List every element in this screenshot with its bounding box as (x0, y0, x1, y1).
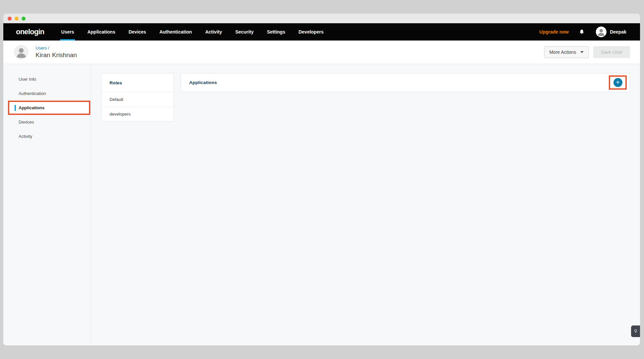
add-application-button[interactable]: + (613, 78, 622, 87)
roles-panel: Roles Default developers (101, 73, 174, 122)
nav-item-developers[interactable]: Developers (298, 23, 323, 41)
page-header: Users / Kiran Krishnan More Actions Save… (3, 41, 640, 64)
nav-item-activity[interactable]: Activity (205, 23, 222, 41)
page-body: User Info Authentication Applications De… (3, 64, 640, 345)
hint-tab-button[interactable] (631, 325, 640, 337)
role-row-default[interactable]: Default (102, 92, 174, 107)
annotation-highlight: + (609, 75, 627, 90)
profile-avatar (14, 45, 29, 59)
sidebar-item-activity[interactable]: Activity (3, 129, 91, 143)
nav-item-security[interactable]: Security (235, 23, 254, 41)
main-content: Roles Default developers Applications + (91, 64, 640, 345)
sidebar-item-devices[interactable]: Devices (3, 115, 91, 129)
role-row-developers[interactable]: developers (102, 107, 174, 121)
sidebar-item-user-info[interactable]: User Info (3, 72, 91, 86)
caret-down-icon (580, 51, 584, 53)
bell-icon[interactable] (579, 29, 585, 35)
window-zoom-button[interactable] (22, 17, 26, 21)
nav-user-name[interactable]: Deepak (610, 29, 626, 35)
save-user-button[interactable]: Save User (593, 46, 630, 58)
nav-item-applications[interactable]: Applications (87, 23, 115, 41)
more-actions-label: More Actions (549, 49, 576, 55)
browser-window: onelogin Users Applications Devices Auth… (3, 14, 640, 345)
window-minimize-button[interactable] (15, 17, 19, 21)
header-actions: More Actions Save User (544, 46, 630, 58)
upgrade-now-link[interactable]: Upgrade now (539, 29, 569, 35)
user-avatar[interactable] (596, 27, 606, 37)
page-header-text: Users / Kiran Krishnan (36, 45, 77, 59)
applications-panel-title: Applications (189, 80, 217, 85)
top-nav: onelogin Users Applications Devices Auth… (3, 23, 640, 41)
sidebar-item-authentication[interactable]: Authentication (3, 86, 91, 101)
sidebar-item-applications[interactable]: Applications (8, 101, 90, 115)
page-title: Kiran Krishnan (36, 51, 77, 59)
nav-item-devices[interactable]: Devices (128, 23, 146, 41)
applications-panel: Applications + (181, 73, 630, 92)
nav-menu: Users Applications Devices Authenticatio… (61, 23, 337, 41)
sidebar: User Info Authentication Applications De… (3, 64, 91, 345)
more-actions-button[interactable]: More Actions (544, 46, 589, 58)
nav-item-authentication[interactable]: Authentication (159, 23, 192, 41)
window-close-button[interactable] (8, 17, 12, 21)
onelogin-logo[interactable]: onelogin (16, 28, 44, 36)
nav-item-users[interactable]: Users (61, 23, 74, 41)
breadcrumb-users-link[interactable]: Users / (36, 45, 77, 50)
lightbulb-icon (633, 328, 638, 334)
window-titlebar (3, 14, 640, 23)
nav-item-settings[interactable]: Settings (267, 23, 285, 41)
roles-panel-title: Roles (102, 73, 174, 92)
plus-icon: + (616, 79, 620, 86)
